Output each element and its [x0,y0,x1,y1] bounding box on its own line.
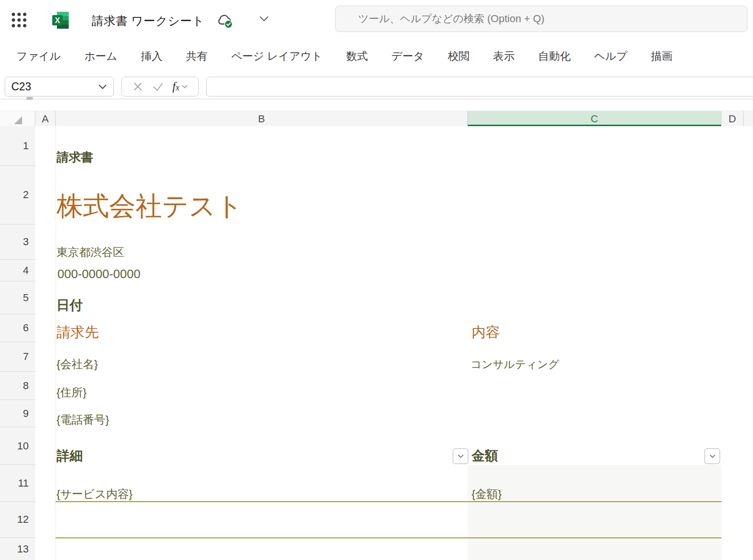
name-box-resize-grip[interactable] [26,97,33,100]
cell-c7-consulting[interactable]: コンサルティング [471,342,559,378]
menu-item-automate[interactable]: 自動化 [538,49,570,64]
row-header-2[interactable]: 2 [0,166,35,224]
row-header-6[interactable]: 6 [0,314,35,342]
column-header-filler [744,111,753,127]
menu-item-home[interactable]: ホーム [84,49,117,64]
row-header-8[interactable]: 8 [0,372,35,400]
row-header-4[interactable]: 4 [0,260,35,281]
column-header-c-selected[interactable]: C [468,111,721,127]
cell-c11-amount-placeholder[interactable]: {金額} [472,465,502,512]
title-dropdown-chevron-icon[interactable] [259,16,269,24]
menu-item-insert[interactable]: 挿入 [141,49,162,64]
select-all-button[interactable] [0,111,35,127]
enter-entry-button[interactable] [151,80,165,93]
menu-item-review[interactable]: 校閲 [448,49,469,64]
menu-item-data[interactable]: データ [391,49,424,64]
menu-item-draw[interactable]: 描画 [651,49,673,64]
check-icon [152,81,164,92]
filter-chevron-icon [709,454,716,458]
title-bar: X 請求書 ワークシート [0,0,753,41]
row-header-9[interactable]: 9 [0,400,35,427]
insert-function-button[interactable]: fx [171,79,189,94]
row-header-7[interactable]: 7 [0,342,35,372]
document-title[interactable]: 請求書 ワークシート [92,0,204,41]
column-header-d[interactable]: D [721,111,744,127]
row-header-1[interactable]: 1 [0,126,35,166]
cancel-entry-button[interactable] [131,80,144,93]
waffle-icon [12,13,15,16]
name-box-chevron-icon [98,84,107,89]
app-launcher-button[interactable] [10,11,27,28]
active-cell-reference: C23 [11,80,98,93]
cell-b3-address[interactable]: 東京都渋谷区 [56,224,124,264]
menu-item-view[interactable]: 表示 [493,49,514,64]
column-header-row: A B C D [0,111,753,127]
fx-icon: fx [172,80,179,93]
row-header-11[interactable]: 11 [0,465,35,502]
cloud-saved-icon[interactable] [216,11,234,32]
row-header-12[interactable]: 12 [0,502,35,538]
x-icon [132,81,144,92]
column-header-b[interactable]: B [56,111,468,127]
menu-item-share[interactable]: 共有 [186,49,208,64]
column-header-a[interactable]: A [35,111,56,127]
formula-buttons-group: fx [121,77,199,96]
ribbon-menu-bar: ファイル ホーム 挿入 共有 ページ レイアウト 数式 データ 校閲 表示 自動… [0,41,753,71]
excel-logo-icon[interactable]: X [51,10,71,32]
table-row-rule-1 [56,501,721,502]
menu-item-page-layout[interactable]: ページ レイアウト [231,49,322,64]
search-input[interactable] [335,6,747,32]
cell-b2-company-name[interactable]: 株式会社テスト [56,166,243,228]
fx-chevron-icon [182,85,188,89]
amount-filter-button[interactable] [705,448,720,464]
svg-text:X: X [55,16,60,24]
filter-chevron-icon [457,454,464,458]
column-a-b-gridline [56,126,56,560]
menu-item-file[interactable]: ファイル [16,49,61,64]
name-box[interactable]: C23 [5,77,114,96]
row-header-13[interactable]: 13 [0,538,35,560]
cell-c6-description-label[interactable]: 内容 [472,314,500,343]
select-all-triangle-icon [14,116,22,124]
cell-b5-date-label[interactable]: 日付 [56,281,83,319]
amount-column-fill [468,465,721,560]
menu-item-formulas[interactable]: 数式 [346,49,368,64]
cell-b6-bill-to-label[interactable]: 請求先 [56,314,99,343]
details-filter-button[interactable] [453,448,468,464]
row-header-5[interactable]: 5 [0,281,35,314]
cell-b4-phone[interactable]: 000-0000-0000 [57,260,140,283]
formula-bar: C23 fx [0,71,753,99]
cell-b1-invoice-label[interactable]: 請求書 [56,126,93,169]
formula-input[interactable] [206,77,753,96]
table-row-rule-2 [56,537,721,538]
row-header-10[interactable]: 10 [0,427,35,465]
sheet-grid: 1 2 3 4 5 6 7 8 9 10 11 12 13 請求書 株式会社テス… [0,126,753,560]
menu-item-help[interactable]: ヘルプ [594,49,627,64]
cell-b11-service-placeholder[interactable]: {サービス内容} [56,465,133,512]
row-header-3[interactable]: 3 [0,224,35,260]
